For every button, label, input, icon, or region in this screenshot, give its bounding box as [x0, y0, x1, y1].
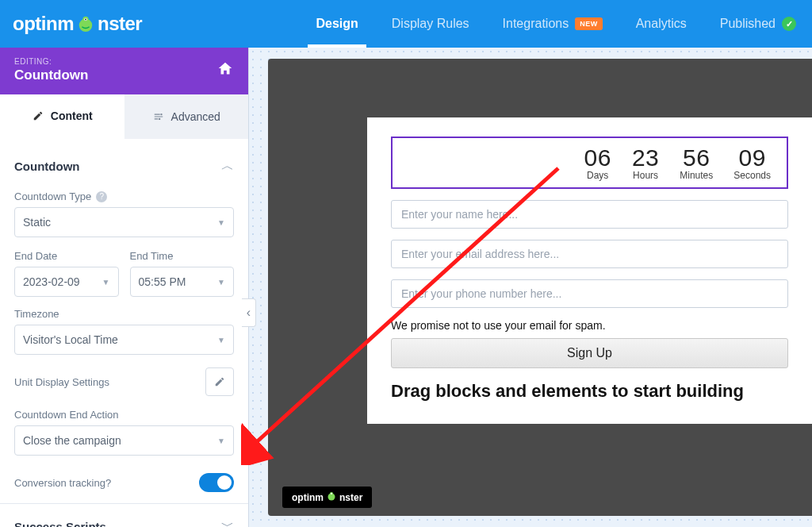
editor-sidebar: EDITING: Countdown Content Advanced Coun…	[0, 48, 249, 527]
privacy-text: We promise not to use your email for spa…	[391, 319, 788, 332]
svg-point-4	[160, 113, 162, 115]
main-nav: Design Display Rules Integrations NEW An…	[316, 0, 796, 48]
tab-advanced[interactable]: Advanced	[124, 94, 249, 139]
nav-design[interactable]: Design	[316, 0, 358, 48]
countdown-minutes: 56 Minutes	[680, 144, 713, 181]
caret-down-icon: ▼	[217, 218, 225, 227]
tab-content[interactable]: Content	[0, 94, 124, 139]
end-date-label: End Date	[14, 250, 119, 262]
app-header: optinm nster Design Display Rules Integr…	[0, 0, 812, 48]
email-input[interactable]	[391, 240, 788, 268]
new-badge: NEW	[575, 17, 603, 30]
monster-icon	[327, 491, 336, 503]
brand-text-pre: optinm	[13, 13, 74, 35]
monster-icon	[77, 15, 94, 33]
end-date-select[interactable]: 2023-02-09 ▼	[14, 267, 119, 297]
conversion-tracking-toggle[interactable]	[199, 473, 234, 492]
builder-hint: Drag blocks and elements to start buildi…	[391, 381, 788, 402]
svg-point-8	[331, 493, 332, 494]
conversion-tracking-label: Conversion tracking?	[14, 477, 111, 489]
toggle-knob	[217, 475, 232, 490]
help-icon[interactable]: ?	[96, 191, 107, 202]
countdown-type-select[interactable]: Static ▼	[14, 207, 234, 237]
countdown-seconds: 09 Seconds	[733, 144, 771, 181]
svg-point-5	[159, 118, 160, 120]
countdown-element[interactable]: 06 Days 23 Hours 56 Minutes 09 Seconds	[391, 137, 788, 189]
collapse-sidebar-handle[interactable]: ‹	[242, 298, 256, 327]
breadcrumb: EDITING: Countdown	[0, 48, 248, 94]
chevron-down-icon: ﹀	[221, 518, 234, 527]
countdown-type-label: Countdown Type ?	[14, 190, 234, 202]
end-action-label: Countdown End Action	[14, 409, 234, 421]
timezone-label: Timezone	[14, 308, 234, 320]
section-success-scripts-header[interactable]: Success Scripts ﹀	[14, 504, 234, 527]
countdown-days: 06 Days	[584, 144, 611, 181]
editing-title: Countdown	[14, 67, 88, 83]
nav-published[interactable]: Published ✓	[720, 0, 796, 48]
preview-canvas[interactable]: 06 Days 23 Hours 56 Minutes 09 Seconds	[268, 59, 812, 516]
chevron-up-icon: ︿	[221, 158, 234, 175]
phone-input[interactable]	[391, 279, 788, 308]
editing-label: EDITING:	[14, 57, 88, 66]
home-icon[interactable]	[216, 60, 234, 81]
sidebar-tabs: Content Advanced	[0, 94, 248, 139]
caret-down-icon: ▼	[102, 278, 110, 287]
end-action-select[interactable]: Close the campaign ▼	[14, 425, 234, 456]
nav-analytics[interactable]: Analytics	[636, 0, 687, 48]
check-circle-icon: ✓	[782, 17, 796, 31]
name-input[interactable]	[391, 200, 788, 229]
sliders-icon	[152, 110, 165, 123]
end-time-label: End Time	[130, 250, 235, 262]
unit-display-label: Unit Display Settings	[14, 376, 109, 388]
section-countdown-header[interactable]: Countdown ︿	[14, 153, 234, 186]
caret-down-icon: ▼	[217, 336, 225, 344]
canvas-area: 06 Days 23 Hours 56 Minutes 09 Seconds	[249, 48, 812, 527]
popup-preview[interactable]: 06 Days 23 Hours 56 Minutes 09 Seconds	[367, 117, 812, 424]
svg-point-3	[85, 19, 86, 21]
timezone-select[interactable]: Visitor's Local Time ▼	[14, 325, 234, 355]
nav-integrations[interactable]: Integrations NEW	[503, 0, 603, 48]
caret-down-icon: ▼	[217, 278, 225, 287]
brand-logo: optinm nster	[13, 13, 142, 35]
pencil-icon	[32, 110, 44, 122]
om-badge[interactable]: optinm nster	[282, 487, 372, 508]
edit-unit-display-button[interactable]	[205, 367, 234, 396]
signup-button[interactable]: Sign Up	[391, 338, 788, 368]
caret-down-icon: ▼	[217, 437, 225, 445]
nav-display-rules[interactable]: Display Rules	[392, 0, 469, 48]
brand-text-post: nster	[98, 13, 142, 35]
end-time-select[interactable]: 05:55 PM ▼	[130, 267, 235, 297]
countdown-hours: 23 Hours	[632, 144, 659, 181]
